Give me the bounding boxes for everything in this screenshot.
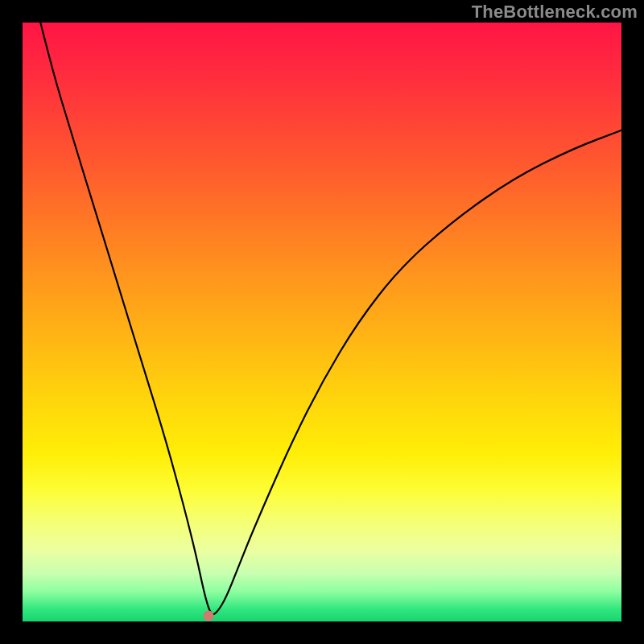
- bottleneck-curve: [23, 23, 621, 621]
- minimum-marker: [203, 610, 213, 621]
- watermark-text: TheBottleneck.com: [472, 2, 638, 23]
- plot-area: [23, 23, 621, 621]
- chart-frame: TheBottleneck.com: [0, 0, 644, 644]
